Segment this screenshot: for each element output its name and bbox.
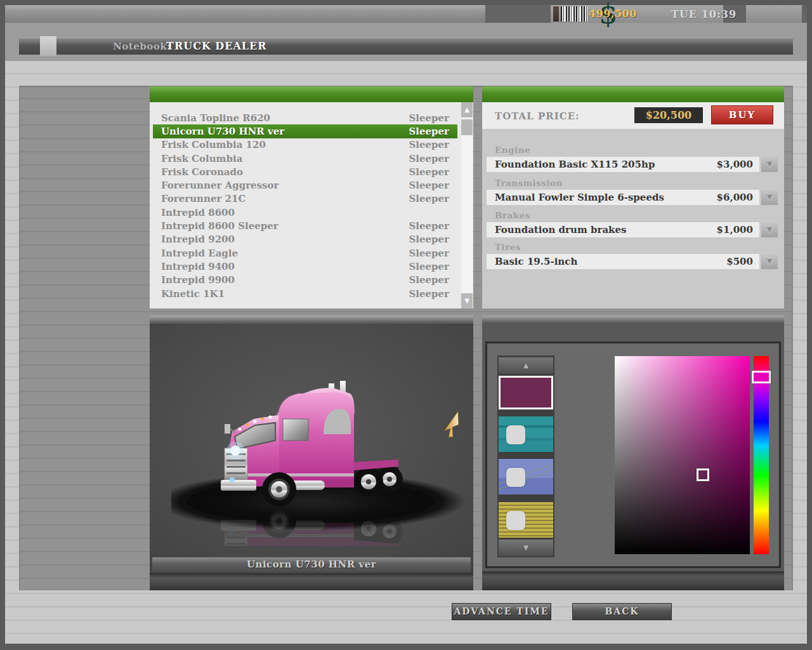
purchase-panel-header [482, 86, 784, 102]
preview-truck-name: Unicorn U730 HNR ver [152, 557, 471, 572]
advance-time-button[interactable]: ADVANCE TIME [452, 603, 551, 620]
engine-label: Engine [495, 145, 530, 155]
topbar [5, 5, 485, 23]
swatch-up-icon[interactable]: ▲ [499, 357, 553, 374]
truck-list-item[interactable]: Intrepid 9900Sleeper [153, 274, 457, 287]
truck-list-panel: Scania Topline R620Sleeper Unicorn U730 … [150, 86, 473, 308]
total-price-value: $20,500 [634, 107, 703, 123]
truck-list-item[interactable]: Intrepid 8600 [153, 206, 457, 219]
total-price-row: TOTAL PRICE: $20,500 BUY [482, 102, 784, 129]
swatch-cab-icon [506, 468, 525, 487]
swatch-teal-skin[interactable] [499, 416, 553, 452]
preview-panel-footer [150, 573, 473, 590]
total-price-label: TOTAL PRICE: [495, 110, 580, 122]
page-title: TRUCK DEALER [166, 40, 267, 52]
truck-list-header [150, 86, 473, 102]
truck-list-item[interactable]: Frisk Columbia 120Sleeper [153, 138, 457, 152]
truck-list-item[interactable]: Intrepid 9400Sleeper [153, 260, 457, 273]
engine-dropdown-arrow-icon[interactable]: ▼ [761, 157, 778, 172]
tires-select[interactable]: Basic 19.5-inch$500 [487, 254, 759, 269]
sv-cursor[interactable] [697, 468, 709, 481]
truck-image [171, 355, 469, 546]
swatch-down-icon[interactable]: ▼ [499, 540, 553, 556]
notebook-bar-cap [40, 36, 56, 56]
truck-list-scrollbar[interactable]: ▲ ▼ [461, 102, 473, 308]
transmission-select[interactable]: Manual Fowler Simple 6-speeds$6,000 [487, 190, 759, 205]
purchase-panel: TOTAL PRICE: $20,500 BUY Engine Foundati… [482, 86, 784, 308]
barcode-icon [561, 6, 587, 22]
notebook-prefix-label: Notebook: [113, 41, 171, 52]
truck-list-item-selected[interactable]: Unicorn U730 HNR verSleeper [153, 124, 457, 138]
buy-button[interactable]: BUY [711, 105, 773, 124]
transmission-dropdown-arrow-icon[interactable]: ▼ [761, 190, 778, 205]
paint-panel-footer [482, 571, 784, 590]
game-clock: TUE 10:39 [671, 8, 737, 20]
saturation-value-picker[interactable] [615, 356, 750, 554]
ticket-icon [553, 6, 559, 22]
swatch-cab-icon [506, 511, 525, 530]
transmission-label: Transmission [495, 178, 563, 188]
hue-slider[interactable] [754, 356, 769, 554]
truck-preview-panel: Unicorn U730 HNR ver [150, 315, 473, 590]
brakes-select[interactable]: Foundation drum brakes$1,000 [487, 222, 759, 237]
hue-cursor[interactable] [752, 371, 771, 383]
paint-panel-bevel [482, 315, 784, 324]
truck-list-item[interactable]: Intrepid 9200Sleeper [153, 233, 457, 246]
truck-list-item[interactable]: Kinetic 1K1Sleeper [153, 287, 457, 300]
truck-list-item[interactable]: Frisk ColumbiaSleeper [153, 152, 457, 165]
brakes-dropdown-arrow-icon[interactable]: ▼ [761, 222, 778, 237]
preview-panel-bevel [150, 315, 473, 324]
tires-dropdown-arrow-icon[interactable]: ▼ [761, 254, 778, 269]
truck-dealer-screen: { "topbar": { "money": "499,500", "curre… [0, 0, 812, 650]
tires-label: Tires [495, 242, 521, 252]
truck-list-item[interactable]: Scania Topline R620Sleeper [153, 111, 457, 124]
brakes-label: Brakes [495, 210, 530, 220]
swatch-custom-color-selected[interactable] [499, 376, 553, 409]
back-button[interactable]: BACK [572, 603, 672, 620]
swatch-orange-skin[interactable] [499, 502, 553, 538]
truck-list: Scania Topline R620Sleeper Unicorn U730 … [153, 111, 457, 300]
scroll-down-icon[interactable]: ▼ [461, 293, 473, 308]
money-counter: 499,500 [589, 8, 637, 20]
truck-list-item[interactable]: Intrepid EagleSleeper [153, 246, 457, 260]
truck-list-item[interactable]: Forerunner 21CSleeper [153, 192, 457, 206]
scrollbar-thumb[interactable] [461, 119, 473, 135]
cursor-icon [444, 411, 459, 437]
truck-list-item[interactable]: Forerunner AggressorSleeper [153, 178, 457, 192]
truck-list-item[interactable]: Intrepid 8600 SleeperSleeper [153, 219, 457, 232]
engine-select[interactable]: Foundation Basic X115 205hp$3,000 [487, 157, 759, 172]
swatch-cab-icon [506, 425, 525, 444]
truck-list-item[interactable]: Frisk CoronadoSleeper [153, 165, 457, 178]
topbar-panel-button[interactable] [746, 5, 802, 23]
scroll-up-icon[interactable]: ▲ [461, 102, 473, 117]
swatch-blue-skin[interactable] [499, 459, 553, 494]
